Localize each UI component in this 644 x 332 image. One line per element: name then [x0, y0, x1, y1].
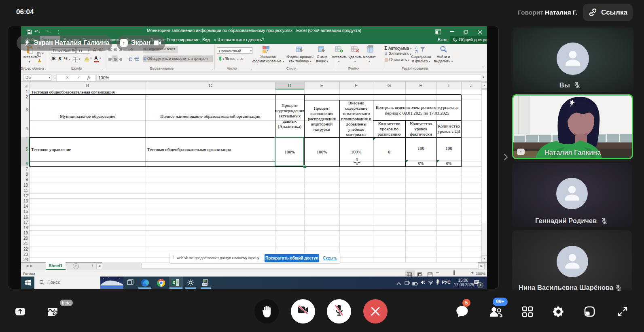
- svg-text:X: X: [173, 281, 176, 285]
- svg-text:≠: ≠: [266, 49, 268, 53]
- svg-text:Я: Я: [415, 49, 418, 53]
